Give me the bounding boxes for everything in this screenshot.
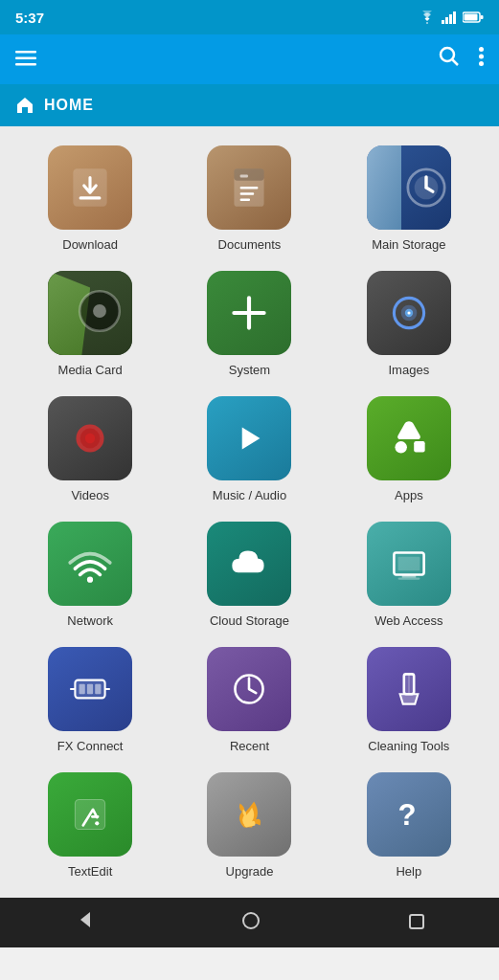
- recent-label: Recent: [230, 739, 269, 753]
- grid-item-network[interactable]: Network: [15, 522, 165, 628]
- svg-point-26: [93, 304, 106, 318]
- signal-icon: [442, 11, 457, 24]
- web-icon-bg: [367, 522, 451, 606]
- help-label: Help: [396, 864, 421, 879]
- svg-rect-47: [95, 684, 101, 694]
- grid-item-system[interactable]: System: [174, 271, 324, 377]
- cleaning-icon-bg: [367, 647, 451, 731]
- grid-item-music-audio[interactable]: Music / Audio: [174, 396, 324, 502]
- recents-nav-button[interactable]: [386, 902, 447, 943]
- cloud-icon-bg: [207, 522, 291, 606]
- videos-icon-bg: [48, 396, 132, 480]
- images-icon-bg: [367, 271, 451, 355]
- svg-marker-36: [242, 428, 261, 450]
- svg-point-39: [87, 577, 93, 583]
- home-icon: [15, 96, 34, 115]
- textedit-icon-bg: [48, 772, 132, 857]
- svg-line-11: [453, 60, 459, 66]
- network-label: Network: [67, 613, 113, 628]
- media-card-label: Media Card: [58, 363, 123, 377]
- svg-rect-16: [79, 196, 102, 199]
- svg-rect-3: [453, 11, 456, 24]
- svg-point-55: [95, 821, 99, 825]
- grid-item-apps[interactable]: Apps: [334, 396, 484, 502]
- music-label: Music / Audio: [213, 488, 286, 502]
- grid-item-upgrade[interactable]: Upgrade: [174, 772, 324, 879]
- system-icon-bg: [207, 271, 291, 355]
- textedit-label: TextEdit: [68, 864, 112, 879]
- network-icon-bg: [48, 522, 132, 606]
- home-bar: Home: [0, 84, 499, 126]
- grid-item-documents[interactable]: Documents: [174, 145, 324, 252]
- top-bar: [0, 34, 499, 84]
- svg-rect-20: [240, 192, 255, 195]
- grid-item-fx-connect[interactable]: FX Connect: [15, 647, 165, 753]
- grid-item-recent[interactable]: Recent: [174, 647, 324, 753]
- svg-rect-22: [240, 174, 248, 177]
- status-bar: 5:37: [0, 0, 499, 34]
- grid-item-media-card[interactable]: Media Card: [15, 271, 165, 377]
- documents-icon-bg: [207, 145, 291, 230]
- menu-button[interactable]: [15, 47, 36, 72]
- svg-point-58: [243, 913, 259, 928]
- svg-point-35: [85, 434, 95, 443]
- fx-icon-bg: [48, 647, 132, 731]
- wifi-icon: [419, 11, 436, 24]
- svg-point-10: [441, 48, 454, 61]
- fx-label: FX Connect: [57, 739, 124, 753]
- videos-label: Videos: [71, 488, 109, 502]
- media-card-icon-bg: [48, 271, 132, 355]
- battery-icon: [463, 11, 484, 23]
- svg-rect-19: [240, 187, 259, 189]
- upgrade-label: Upgrade: [226, 864, 274, 879]
- grid-item-help[interactable]: ? Help: [334, 772, 484, 879]
- images-label: Images: [389, 363, 430, 377]
- upgrade-icon-bg: [207, 772, 291, 857]
- system-label: System: [229, 363, 270, 377]
- more-button[interactable]: [479, 47, 484, 72]
- cloud-label: Cloud Storage: [210, 613, 289, 628]
- svg-rect-43: [397, 578, 420, 580]
- svg-point-13: [479, 55, 484, 59]
- svg-rect-21: [240, 198, 250, 201]
- svg-rect-0: [442, 20, 444, 24]
- svg-text:?: ?: [397, 798, 416, 832]
- svg-rect-42: [402, 574, 417, 577]
- home-nav-button[interactable]: [219, 902, 283, 943]
- svg-rect-59: [410, 915, 423, 928]
- download-label: Download: [62, 237, 118, 252]
- grid-item-download[interactable]: Download: [15, 145, 165, 252]
- app-grid: Download Documents: [0, 126, 499, 898]
- search-button[interactable]: [439, 46, 460, 73]
- grid-item-textedit[interactable]: TextEdit: [15, 772, 165, 879]
- help-icon-bg: ?: [367, 772, 451, 857]
- svg-point-12: [479, 47, 484, 52]
- main-storage-label: Main Storage: [372, 237, 445, 252]
- grid-item-images[interactable]: Images: [334, 271, 484, 377]
- grid-item-main-storage[interactable]: Main Storage: [334, 145, 484, 252]
- status-time: 5:37: [15, 10, 44, 26]
- apps-icon-bg: [367, 396, 451, 480]
- back-button[interactable]: [52, 902, 117, 943]
- grid-item-cleaning-tools[interactable]: Cleaning Tools: [334, 647, 484, 753]
- svg-rect-46: [87, 684, 93, 694]
- svg-marker-57: [80, 912, 90, 927]
- svg-rect-54: [91, 815, 99, 818]
- music-icon-bg: [207, 396, 291, 480]
- grid-item-web-access[interactable]: Web Access: [334, 522, 484, 628]
- svg-rect-6: [481, 15, 484, 19]
- svg-rect-18: [235, 168, 264, 180]
- svg-rect-5: [465, 14, 478, 21]
- top-bar-right: [439, 46, 484, 73]
- svg-point-37: [395, 441, 406, 453]
- svg-point-32: [407, 311, 410, 314]
- grid-item-cloud-storage[interactable]: Cloud Storage: [174, 522, 324, 628]
- svg-rect-45: [79, 684, 85, 694]
- cleaning-label: Cleaning Tools: [368, 739, 449, 753]
- apps-label: Apps: [395, 488, 423, 502]
- home-label: Home: [44, 97, 94, 114]
- svg-rect-38: [414, 441, 424, 452]
- svg-rect-9: [15, 63, 36, 66]
- nav-bar: [0, 898, 499, 947]
- grid-item-videos[interactable]: Videos: [15, 396, 165, 502]
